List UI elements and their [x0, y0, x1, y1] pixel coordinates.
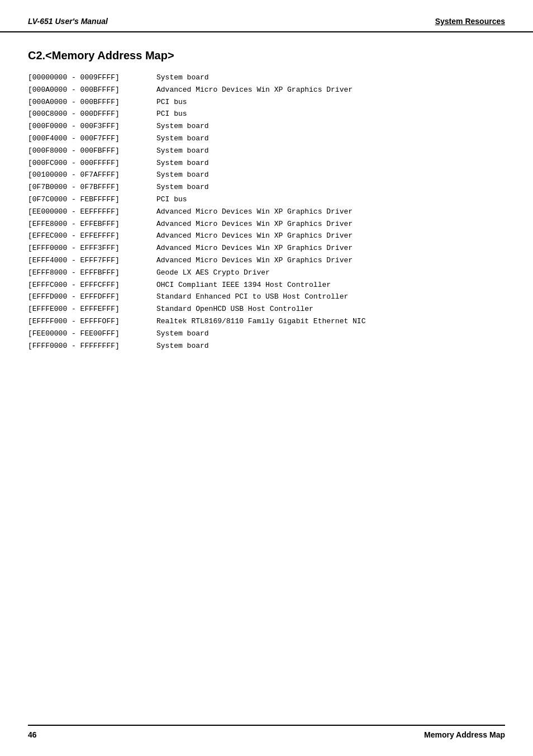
- section-heading: C2.<Memory Address Map>: [28, 49, 505, 62]
- footer-section-label: Memory Address Map: [424, 730, 505, 739]
- address-range: [0F7B0000 - 0F7BFFFF]: [28, 182, 156, 193]
- address-range: [EFFF8000 - EFFFBFFF]: [28, 267, 156, 279]
- address-device: System board: [156, 72, 209, 84]
- address-range: [000F0000 - 000F3FFF]: [28, 121, 156, 133]
- address-range: [FEE00000 - FEE00FFF]: [28, 328, 156, 340]
- address-range: [000F8000 - 000FBFFF]: [28, 145, 156, 157]
- address-device: System board: [156, 182, 209, 193]
- address-row: [EFFF4000 - EFFF7FFF] Advanced Micro Dev…: [28, 255, 505, 267]
- page-content: C2.<Memory Address Map> [00000000 - 0009…: [0, 32, 533, 386]
- address-range: [EFFFF000 - EFFFFOFF]: [28, 316, 156, 328]
- page: LV-651 User's Manual System Resources C2…: [0, 0, 533, 756]
- address-device: System board: [156, 133, 209, 145]
- address-device: PCI bus: [156, 97, 187, 108]
- address-range: [00100000 - 0F7AFFFF]: [28, 169, 156, 181]
- address-row: [EFFFC000 - EFFFCFFF] OHCI Compliant IEE…: [28, 280, 505, 291]
- address-range: [000A0000 - 000BFFFF]: [28, 84, 156, 96]
- address-device: System board: [156, 158, 209, 169]
- address-range: [EFFFE000 - EFFFEFFF]: [28, 304, 156, 315]
- address-device: Advanced Micro Devices Win XP Graphics D…: [156, 219, 353, 230]
- address-range: [000A0000 - 000BFFFF]: [28, 97, 156, 108]
- address-range: [FFFF0000 - FFFFFFFF]: [28, 341, 156, 352]
- address-device: Advanced Micro Devices Win XP Graphics D…: [156, 255, 353, 267]
- address-row: [EFFEC000 - EFFEFFFF] Advanced Micro Dev…: [28, 230, 505, 242]
- address-table: [00000000 - 0009FFFF] System board[000A0…: [28, 72, 505, 352]
- page-number: 46: [28, 730, 37, 739]
- address-range: [EFFF4000 - EFFF7FFF]: [28, 255, 156, 267]
- page-header: LV-651 User's Manual System Resources: [0, 0, 533, 32]
- address-device: Advanced Micro Devices Win XP Graphics D…: [156, 243, 353, 254]
- address-row: [FEE00000 - FEE00FFF] System board: [28, 328, 505, 340]
- address-row: [EFFF8000 - EFFFBFFF] Geode LX AES Crypt…: [28, 267, 505, 279]
- address-range: [EFFF0000 - EFFF3FFF]: [28, 243, 156, 254]
- address-range: [EFFFC000 - EFFFCFFF]: [28, 280, 156, 291]
- address-device: PCI bus: [156, 108, 187, 120]
- address-device: Realtek RTL8169/8110 Family Gigabit Ethe…: [156, 316, 365, 328]
- address-row: [00100000 - 0F7AFFFF] System board: [28, 169, 505, 181]
- address-range: [EFFFD000 - EFFFDFFF]: [28, 291, 156, 303]
- address-range: [000C8000 - 000DFFFF]: [28, 108, 156, 120]
- address-range: [EFFEC000 - EFFEFFFF]: [28, 230, 156, 242]
- address-device: Advanced Micro Devices Win XP Graphics D…: [156, 206, 353, 218]
- address-device: Standard Enhanced PCI to USB Host Contro…: [156, 291, 348, 303]
- address-row: [000FC000 - 000FFFFF] System board: [28, 158, 505, 169]
- address-range: [EFFE8000 - EFFEBFFF]: [28, 219, 156, 230]
- address-row: [000F4000 - 000F7FFF] System board: [28, 133, 505, 145]
- address-row: [EE000000 - EEFFFFFF] Advanced Micro Dev…: [28, 206, 505, 218]
- address-row: [EFFF0000 - EFFF3FFF] Advanced Micro Dev…: [28, 243, 505, 254]
- address-row: [0F7C0000 - FEBFFFFF] PCI bus: [28, 194, 505, 206]
- address-row: [0F7B0000 - 0F7BFFFF] System board: [28, 182, 505, 193]
- address-range: [000F4000 - 000F7FFF]: [28, 133, 156, 145]
- address-row: [EFFE8000 - EFFEBFFF] Advanced Micro Dev…: [28, 219, 505, 230]
- address-row: [000A0000 - 000BFFFF] Advanced Micro Dev…: [28, 84, 505, 96]
- address-range: [000FC000 - 000FFFFF]: [28, 158, 156, 169]
- page-footer: 46 Memory Address Map: [28, 725, 505, 739]
- manual-title: LV-651 User's Manual: [28, 17, 108, 26]
- address-row: [000F8000 - 000FBFFF] System board: [28, 145, 505, 157]
- address-range: [00000000 - 0009FFFF]: [28, 72, 156, 84]
- address-device: Advanced Micro Devices Win XP Graphics D…: [156, 84, 353, 96]
- section-title-header: System Resources: [435, 17, 505, 26]
- address-device: System board: [156, 328, 209, 340]
- address-device: Geode LX AES Crypto Driver: [156, 267, 270, 279]
- address-row: [00000000 - 0009FFFF] System board: [28, 72, 505, 84]
- address-device: Standard OpenHCD USB Host Controller: [156, 304, 313, 315]
- address-device: OHCI Compliant IEEE 1394 Host Controller: [156, 280, 331, 291]
- address-device: Advanced Micro Devices Win XP Graphics D…: [156, 230, 353, 242]
- address-row: [EFFFD000 - EFFFDFFF] Standard Enhanced …: [28, 291, 505, 303]
- address-device: PCI bus: [156, 194, 187, 206]
- address-device: System board: [156, 121, 209, 133]
- address-range: [EE000000 - EEFFFFFF]: [28, 206, 156, 218]
- address-device: System board: [156, 169, 209, 181]
- address-range: [0F7C0000 - FEBFFFFF]: [28, 194, 156, 206]
- address-row: [000C8000 - 000DFFFF] PCI bus: [28, 108, 505, 120]
- address-device: System board: [156, 145, 209, 157]
- address-row: [EFFFE000 - EFFFEFFF] Standard OpenHCD U…: [28, 304, 505, 315]
- address-row: [000A0000 - 000BFFFF] PCI bus: [28, 97, 505, 108]
- address-row: [FFFF0000 - FFFFFFFF] System board: [28, 341, 505, 352]
- address-row: [EFFFF000 - EFFFFOFF] Realtek RTL8169/81…: [28, 316, 505, 328]
- address-row: [000F0000 - 000F3FFF] System board: [28, 121, 505, 133]
- address-device: System board: [156, 341, 209, 352]
